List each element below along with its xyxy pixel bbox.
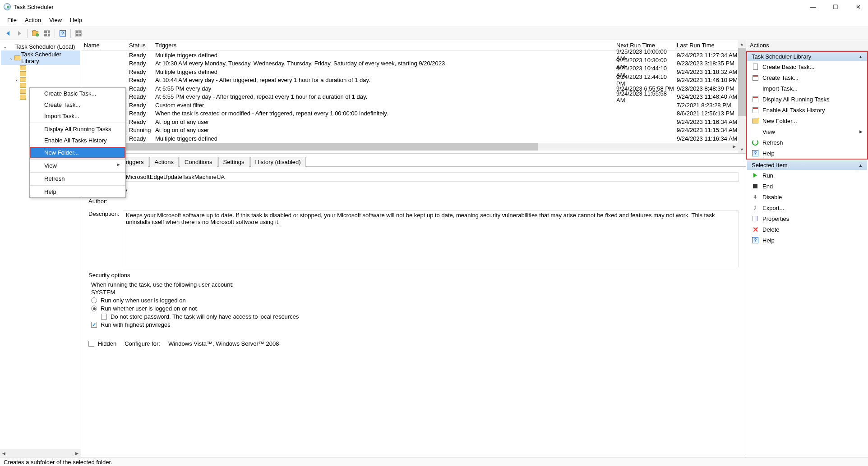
action-label: Disable [762, 194, 782, 201]
action-display-running[interactable]: Display All Running Tasks [747, 94, 867, 105]
cell-last-run: 9/23/2023 8:48:39 PM [677, 85, 738, 92]
task-row[interactable]: ReadyAt 10:44 AM every day - After trigg… [81, 76, 738, 85]
close-button[interactable]: ✕ [854, 2, 863, 11]
tree-subfolder[interactable]: › [1, 77, 80, 82]
tab-conditions[interactable]: Conditions [180, 157, 217, 167]
collapse-icon: ▲ [859, 163, 863, 168]
col-name[interactable]: Name [84, 42, 129, 49]
action-new-folder[interactable]: New Folder... [747, 115, 867, 126]
ctx-view[interactable]: View▶ [30, 159, 125, 171]
action-create-task[interactable]: Create Task... [747, 72, 867, 83]
tasklist-scrollbar-vertical[interactable]: ▲ ▼ [738, 40, 746, 153]
tab-history[interactable]: History (disabled) [250, 157, 306, 167]
col-next-run[interactable]: Next Run Time [616, 42, 677, 49]
action-enable-history[interactable]: Enable All Tasks History [747, 105, 867, 115]
scroll-up-icon[interactable]: ▲ [738, 40, 746, 48]
task-row[interactable]: ReadyWhen the task is created or modifie… [81, 110, 738, 118]
tb-help-button[interactable]: ? [58, 28, 68, 38]
menu-action[interactable]: Action [21, 15, 45, 25]
ctx-import-task[interactable]: Import Task... [30, 110, 125, 122]
expand-icon[interactable]: ⌄ [3, 44, 7, 49]
tree-subfolder[interactable] [1, 65, 80, 71]
action-end[interactable]: End [747, 181, 867, 192]
expand-icon[interactable]: › [14, 77, 19, 82]
menu-file[interactable]: File [4, 15, 20, 25]
cell-last-run: 9/24/2023 11:27:34 AM [677, 52, 738, 59]
radio-run-logged-on[interactable]: Run only when user is logged on [91, 297, 739, 304]
action-export[interactable]: ⤴Export... [747, 202, 867, 213]
forward-button[interactable] [14, 28, 24, 38]
check-highest-priv[interactable]: Run with highest privileges [91, 321, 739, 328]
configure-for-select[interactable]: Windows Vista™, Windows Server™ 2008 [168, 340, 739, 347]
cell-trigger: Multiple triggers defined [155, 135, 616, 142]
scrollbar-thumb[interactable] [738, 48, 746, 116]
ctx-refresh[interactable]: Refresh [30, 172, 125, 184]
expand-icon[interactable]: ⌄ [9, 55, 14, 60]
col-triggers[interactable]: Triggers [155, 42, 616, 49]
task-row[interactable]: ReadyAt 6:55 PM every day - After trigge… [81, 93, 738, 101]
action-create-basic-task[interactable]: Create Basic Task... [747, 61, 867, 72]
ctx-help[interactable]: Help [30, 185, 125, 197]
security-caption: When running the task, use the following… [91, 281, 739, 288]
action-label: View [762, 128, 775, 135]
general-tab-body: Name: MicrosoftEdgeUpdateTaskMachineUA L… [81, 167, 746, 457]
action-disable[interactable]: ⬇Disable [747, 192, 867, 202]
action-help-2[interactable]: ?Help [747, 235, 867, 246]
menu-view[interactable]: View [46, 15, 65, 25]
tb-grid-button[interactable] [42, 28, 52, 38]
action-label: Refresh [762, 139, 783, 146]
cell-last-run: 9/24/2023 11:15:34 AM [677, 127, 738, 133]
check-hidden[interactable]: Hidden [88, 340, 116, 347]
col-last-run[interactable]: Last Run Time [677, 42, 738, 49]
title-bar: Task Scheduler — ☐ ✕ [0, 0, 868, 14]
ctx-create-basic-task[interactable]: Create Basic Task... [30, 88, 125, 99]
action-label: Display All Running Tasks [762, 96, 830, 103]
actions-library-title[interactable]: Task Scheduler Library▲ [747, 52, 867, 61]
action-properties[interactable]: Properties [747, 213, 867, 224]
action-label: Properties [762, 215, 789, 222]
tab-actions[interactable]: Actions [149, 157, 179, 167]
description-field[interactable]: Keeps your Microsoft software up to date… [123, 210, 739, 267]
actions-selected-title[interactable]: Selected Item▲ [747, 160, 867, 170]
tree-subfolder[interactable] [1, 71, 80, 77]
col-status[interactable]: Status [129, 42, 155, 49]
action-refresh[interactable]: Refresh [747, 137, 867, 148]
action-import-task[interactable]: Import Task... [747, 83, 867, 94]
scrollbar-thumb[interactable] [89, 143, 538, 151]
scroll-left-icon[interactable]: ◀ [0, 449, 8, 457]
radio-run-whether[interactable]: Run whether user is logged on or not [91, 305, 739, 312]
action-view[interactable]: View▶ [747, 126, 867, 137]
task-row[interactable]: RunningAt log on of any user9/24/2023 11… [81, 126, 738, 135]
checkbox-icon [88, 341, 94, 347]
task-row[interactable]: ReadyMultiple triggers defined9/24/2023 … [81, 134, 738, 143]
ctx-enable-history[interactable]: Enable All Tasks History [30, 135, 125, 146]
name-field[interactable]: MicrosoftEdgeUpdateTaskMachineUA [123, 172, 739, 182]
ctx-display-running[interactable]: Display All Running Tasks [30, 123, 125, 135]
menu-help[interactable]: Help [66, 15, 86, 25]
check-no-password[interactable]: Do not store password. The task will onl… [101, 313, 739, 320]
scroll-right-icon[interactable]: ▶ [73, 449, 81, 457]
tb-folder-button[interactable] [30, 28, 40, 38]
cell-status: Ready [129, 93, 155, 100]
maximize-button[interactable]: ☐ [831, 2, 840, 11]
tree-scrollbar-horizontal[interactable]: ◀ ▶ [0, 449, 81, 457]
task-row[interactable]: ReadyAt log on of any user9/24/2023 11:1… [81, 118, 738, 126]
action-label: Export... [762, 205, 784, 211]
task-icon [753, 64, 758, 70]
ctx-new-folder[interactable]: New Folder... [30, 147, 125, 158]
radio-icon [91, 297, 97, 303]
tasklist-scrollbar-horizontal[interactable]: ◀ ▶ [81, 143, 738, 151]
scroll-right-icon[interactable]: ▶ [730, 143, 738, 151]
tree-library[interactable]: ⌄ Task Scheduler Library [1, 50, 80, 65]
back-button[interactable] [3, 28, 13, 38]
ctx-create-task[interactable]: Create Task... [30, 99, 125, 110]
minimize-button[interactable]: — [808, 2, 817, 11]
tb-pane-button[interactable] [74, 28, 83, 38]
action-delete[interactable]: ✕Delete [747, 224, 867, 235]
action-help[interactable]: ?Help [747, 148, 867, 159]
action-run[interactable]: Run [747, 170, 867, 181]
tree-root[interactable]: ⌄ Task Scheduler (Local) [1, 43, 80, 50]
tab-settings[interactable]: Settings [218, 157, 249, 167]
folder-refresh-icon [32, 31, 38, 36]
scroll-down-icon[interactable]: ▼ [738, 146, 746, 153]
